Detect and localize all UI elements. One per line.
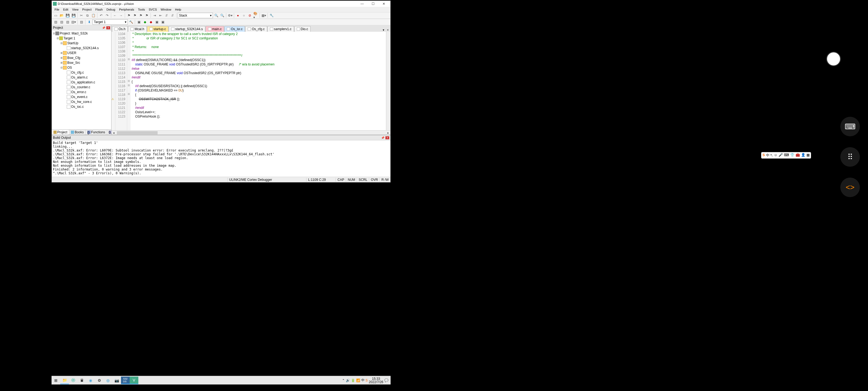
new-file-icon[interactable]: ▭ xyxy=(53,13,58,18)
editor-tab[interactable]: samplerv1.c xyxy=(268,26,294,32)
tree-item[interactable]: Os_error.c xyxy=(52,90,111,94)
minimize-button[interactable]: — xyxy=(357,2,368,6)
tab-books[interactable]: Books xyxy=(69,130,86,135)
tree-item[interactable]: ⊟StartUp xyxy=(52,41,111,46)
bookmark-icon[interactable]: ⚑ xyxy=(126,13,131,18)
editor-tab[interactable]: Dio.c xyxy=(294,26,311,32)
tray-sogou-icon[interactable]: S xyxy=(366,379,368,382)
redo-icon[interactable]: ↷ xyxy=(104,13,110,18)
taskbar-explorer[interactable]: 📁 xyxy=(60,376,69,384)
menu-svcs[interactable]: SVCS xyxy=(147,8,158,11)
uncomment-icon[interactable]: // xyxy=(170,13,175,18)
tree-item[interactable]: Os_cfg.c xyxy=(52,70,111,75)
menu-project[interactable]: Project xyxy=(81,8,93,11)
tray-notifications-icon[interactable]: 💬 xyxy=(384,379,389,382)
taskbar-calc[interactable]: 🖩 xyxy=(78,376,86,384)
bookmark-next-icon[interactable]: ⚑ xyxy=(138,13,144,18)
taskbar-camera[interactable]: 📷 xyxy=(112,376,121,384)
menu-tools[interactable]: Tools xyxy=(136,8,147,11)
menu-edit[interactable]: Edit xyxy=(62,8,70,11)
ime-lang[interactable]: 中 xyxy=(766,153,770,158)
tray-clock[interactable]: 15:332022/7/26 xyxy=(369,377,383,384)
download-icon[interactable]: ⬇ xyxy=(87,19,92,25)
open-file-icon[interactable]: 📂 xyxy=(59,13,64,18)
tab-functions[interactable]: {}Functions xyxy=(86,130,107,135)
ime-punct[interactable]: •, xyxy=(771,153,773,158)
tree-item[interactable]: ⊞Bsw_Cfg xyxy=(52,55,111,60)
editor-tab[interactable]: Mcal.h xyxy=(128,26,147,32)
books-icon[interactable]: ▣ xyxy=(154,19,159,25)
tray-battery-icon[interactable]: 🔋 xyxy=(351,379,355,382)
tree-item[interactable]: Os_hw_core.c xyxy=(52,100,111,104)
record-icon[interactable]: ● xyxy=(235,13,241,18)
menu-flash[interactable]: Flash xyxy=(94,8,104,11)
find-combo[interactable]: Stack▾ xyxy=(178,13,213,18)
ime-voice-icon[interactable]: 🎤 xyxy=(778,153,783,158)
side-code-icon[interactable]: <> xyxy=(840,177,860,197)
code-editor[interactable]: 1104110511061107110811091110111111121113… xyxy=(112,32,390,130)
books2-icon[interactable]: ▣ xyxy=(160,19,165,25)
ime-emoji-icon[interactable]: ☺ xyxy=(774,153,777,158)
tree-item[interactable]: Os_ioc.c xyxy=(52,104,111,109)
ime-user-icon[interactable]: 👤 xyxy=(801,153,805,158)
nav-fwd-icon[interactable]: → xyxy=(118,13,124,18)
bookmark-prev-icon[interactable]: ⚑ xyxy=(132,13,137,18)
tree-item[interactable]: ⊟OS xyxy=(52,65,111,70)
ime-tool-icon[interactable]: 🧰 xyxy=(796,153,800,158)
tray-wifi-icon[interactable]: 📶 xyxy=(356,379,360,382)
taskbar-uvision[interactable]: V xyxy=(130,376,138,384)
indent-icon[interactable]: ⇥ xyxy=(152,13,157,18)
editor-tab[interactable]: startup_S32K144.s xyxy=(169,26,205,32)
find-in-files-icon[interactable]: 🔍 xyxy=(219,13,225,18)
save-icon[interactable]: 💾 xyxy=(65,13,70,18)
editor-tab[interactable]: main.c xyxy=(206,26,224,32)
ime-keyboard-icon[interactable]: ⌨ xyxy=(784,153,789,158)
nav-back-icon[interactable]: ← xyxy=(112,13,118,18)
project-tree[interactable]: ⊟Project: Macl_S32k⊟Target 1⊟StartUpstar… xyxy=(52,30,111,130)
tray-chevron-icon[interactable]: ⌃ xyxy=(342,379,345,382)
copy-icon[interactable]: ⧉ xyxy=(85,13,90,18)
rebuild-icon[interactable]: ▤ xyxy=(65,19,70,25)
editor-tab-close-icon[interactable]: × xyxy=(386,28,390,32)
bookmark-clear-icon[interactable]: ⚑ xyxy=(144,13,150,18)
editor-vscroll[interactable] xyxy=(386,32,390,130)
editor-hscroll[interactable]: ◂▸ xyxy=(112,130,390,135)
debug-config-icon[interactable]: ⚙▾ xyxy=(227,13,233,18)
taskbar-app1[interactable]: ◉ xyxy=(86,376,95,384)
pin-icon[interactable]: 📌 xyxy=(101,26,106,29)
build-close-icon[interactable]: × xyxy=(385,136,389,139)
side-dots-icon[interactable]: ⠿ xyxy=(840,147,860,167)
tray-volume-icon[interactable]: 🔊 xyxy=(346,379,350,382)
pack-installer-icon[interactable]: ◆ xyxy=(148,19,154,25)
batch-build-icon[interactable]: ▤▾ xyxy=(71,19,76,25)
settings-icon[interactable]: 🔧 xyxy=(269,13,274,18)
paste-icon[interactable]: 📋 xyxy=(91,13,96,18)
editor-tab[interactable]: Os_isr.c xyxy=(224,26,245,32)
build-icon[interactable]: ▤ xyxy=(59,19,64,25)
tree-item[interactable]: ⊟Project: Macl_S32k xyxy=(52,31,111,36)
tree-item[interactable]: ⊞Bsw_Src xyxy=(52,60,111,65)
tray-ime-icon[interactable]: 中 xyxy=(361,378,365,383)
tree-item[interactable]: Os_alarm.c xyxy=(52,75,111,80)
tab-project[interactable]: Project xyxy=(52,130,69,135)
record2-icon[interactable]: ○ xyxy=(241,13,247,18)
tree-item[interactable]: ⊟Target 1 xyxy=(52,36,111,41)
taskbar-edge[interactable]: ◎ xyxy=(104,376,112,384)
editor-tab-menu-icon[interactable]: ▾ xyxy=(382,28,385,32)
stop-build-icon[interactable]: ▤ xyxy=(79,19,84,25)
editor-tab[interactable]: Os_cfg.c xyxy=(245,26,267,32)
editor-tab[interactable]: Os.h xyxy=(112,26,128,32)
tree-item[interactable]: Os_application.c xyxy=(52,80,111,85)
palette-icon[interactable]: 🎨▾ xyxy=(253,13,258,18)
menu-debug[interactable]: Debug xyxy=(105,8,117,11)
cut-icon[interactable]: ✂ xyxy=(79,13,84,18)
ime-skin-icon[interactable]: 👕 xyxy=(790,153,795,158)
close-button[interactable]: ✕ xyxy=(378,2,389,6)
outdent-icon[interactable]: ⇤ xyxy=(158,13,163,18)
manage-env-icon[interactable]: ▣ xyxy=(136,19,142,25)
menu-window[interactable]: Window xyxy=(159,8,173,11)
panel-close-icon[interactable]: × xyxy=(106,26,110,29)
menu-help[interactable]: Help xyxy=(173,8,183,11)
manage-rte-icon[interactable]: ◆ xyxy=(142,19,148,25)
target-options-icon[interactable]: 🔨 xyxy=(128,19,134,25)
